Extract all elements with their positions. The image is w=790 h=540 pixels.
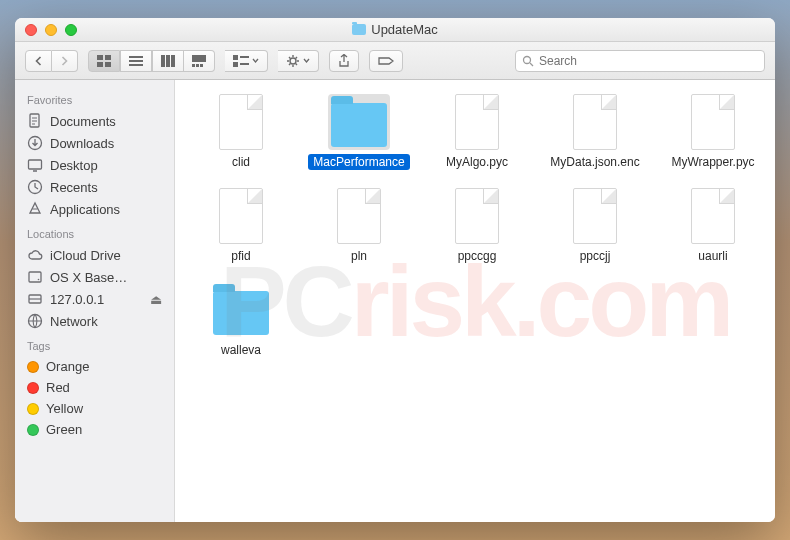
file-item[interactable]: MyAlgo.pyc [421, 94, 533, 170]
share-icon [338, 54, 350, 68]
sidebar-item-orange[interactable]: Orange [15, 356, 174, 377]
file-label: MacPerformance [308, 154, 409, 170]
tag-dot-icon [27, 382, 39, 394]
search-field[interactable] [515, 50, 765, 72]
file-label: walleva [216, 342, 266, 358]
svg-rect-7 [161, 55, 165, 67]
document-icon [573, 188, 617, 244]
file-item[interactable]: uaurli [657, 188, 769, 264]
file-item[interactable]: pln [303, 188, 415, 264]
sidebar-item-recents[interactable]: Recents [15, 176, 174, 198]
file-item[interactable]: ppccgg [421, 188, 533, 264]
sidebar-item-documents[interactable]: Documents [15, 110, 174, 132]
list-view-button[interactable] [120, 50, 152, 72]
file-label: pfid [226, 248, 255, 264]
folder-icon [331, 103, 387, 147]
eject-icon[interactable]: ⏏ [150, 292, 162, 307]
file-label: uaurli [693, 248, 732, 264]
sidebar-item-applications[interactable]: Applications [15, 198, 174, 220]
recents-icon [27, 179, 43, 195]
document-icon [219, 94, 263, 150]
chevron-right-icon [60, 56, 69, 66]
document-icon [455, 94, 499, 150]
titlebar[interactable]: UpdateMac [15, 18, 775, 42]
sidebar-item-network[interactable]: Network [15, 310, 174, 332]
sidebar-item-label: Downloads [50, 136, 114, 151]
document-icon [455, 188, 499, 244]
sidebar-item-127-0-0-1[interactable]: 127.0.0.1⏏ [15, 288, 174, 310]
back-button[interactable] [25, 50, 52, 72]
sidebar-item-label: Applications [50, 202, 120, 217]
svg-rect-4 [129, 56, 143, 58]
svg-point-18 [290, 58, 296, 64]
file-item[interactable]: MyWrapper.pyc [657, 94, 769, 170]
sidebar-section-header: Tags [15, 332, 174, 356]
svg-rect-9 [171, 55, 175, 67]
grid-icon [97, 55, 111, 67]
sidebar-item-desktop[interactable]: Desktop [15, 154, 174, 176]
svg-rect-12 [196, 64, 199, 67]
folder-icon [352, 24, 366, 35]
sidebar-item-label: Recents [50, 180, 98, 195]
svg-point-19 [524, 56, 531, 63]
zoom-button[interactable] [65, 24, 77, 36]
svg-rect-10 [192, 55, 206, 62]
tags-button[interactable] [369, 50, 403, 72]
file-item[interactable]: MacPerformance [303, 94, 415, 170]
file-item[interactable]: walleva [185, 282, 297, 358]
group-by-button[interactable] [225, 50, 268, 72]
sidebar-item-label: Yellow [46, 401, 83, 416]
sidebar-item-label: OS X Base… [50, 270, 127, 285]
action-menu-button[interactable] [278, 50, 319, 72]
chevron-left-icon [34, 56, 43, 66]
svg-rect-14 [233, 55, 238, 60]
close-button[interactable] [25, 24, 37, 36]
svg-rect-2 [97, 62, 103, 67]
downloads-icon [27, 135, 43, 151]
file-label: ppccjj [575, 248, 616, 264]
sidebar-item-icloud-drive[interactable]: iCloud Drive [15, 244, 174, 266]
sidebar-section-header: Locations [15, 220, 174, 244]
minimize-button[interactable] [45, 24, 57, 36]
chevron-down-icon [303, 58, 310, 63]
sidebar-item-label: Red [46, 380, 70, 395]
svg-rect-1 [105, 55, 111, 60]
svg-rect-5 [129, 60, 143, 62]
icon-view-button[interactable] [88, 50, 120, 72]
content-area: FavoritesDocumentsDownloadsDesktopRecent… [15, 80, 775, 522]
tag-dot-icon [27, 424, 39, 436]
nav-buttons [25, 50, 78, 72]
window-title: UpdateMac [15, 22, 775, 37]
sidebar-item-red[interactable]: Red [15, 377, 174, 398]
document-icon [219, 188, 263, 244]
sidebar[interactable]: FavoritesDocumentsDownloadsDesktopRecent… [15, 80, 175, 522]
document-icon [691, 94, 735, 150]
file-area[interactable]: clidMacPerformanceMyAlgo.pycMyData.json.… [175, 80, 775, 522]
svg-rect-11 [192, 64, 195, 67]
gallery-view-button[interactable] [184, 50, 215, 72]
file-item[interactable]: clid [185, 94, 297, 170]
sidebar-item-os-x-base-[interactable]: OS X Base… [15, 266, 174, 288]
column-view-button[interactable] [152, 50, 184, 72]
search-icon [522, 55, 534, 67]
gear-icon [286, 54, 300, 68]
sidebar-item-downloads[interactable]: Downloads [15, 132, 174, 154]
svg-rect-6 [129, 64, 143, 66]
action-buttons [278, 50, 319, 72]
file-item[interactable]: MyData.json.enc [539, 94, 651, 170]
svg-rect-17 [240, 63, 249, 65]
sidebar-item-green[interactable]: Green [15, 419, 174, 440]
search-input[interactable] [539, 54, 758, 68]
toolbar [15, 42, 775, 80]
forward-button[interactable] [52, 50, 78, 72]
file-item[interactable]: ppccjj [539, 188, 651, 264]
server-icon [27, 291, 43, 307]
tag-dot-icon [27, 361, 39, 373]
traffic-lights [15, 24, 77, 36]
document-icon [573, 94, 617, 150]
sidebar-item-yellow[interactable]: Yellow [15, 398, 174, 419]
share-button[interactable] [329, 50, 359, 72]
columns-icon [161, 55, 175, 67]
file-item[interactable]: pfid [185, 188, 297, 264]
list-icon [129, 55, 143, 67]
